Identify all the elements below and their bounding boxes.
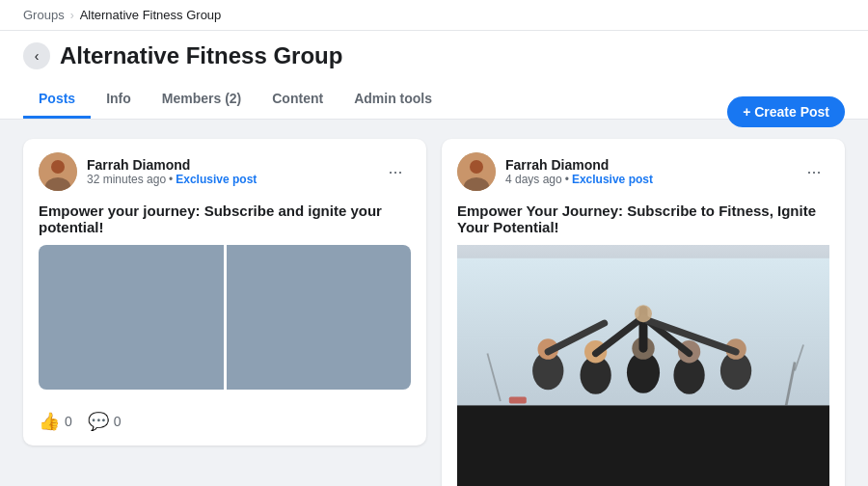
tab-info[interactable]: Info <box>91 81 147 119</box>
avatar <box>39 152 77 191</box>
tab-members[interactable]: Members (2) <box>147 81 257 119</box>
post-author-row: Farrah Diamond 32 minutes ago • Exclusiv… <box>39 152 257 191</box>
post-image-grid <box>39 245 411 390</box>
post-card: Farrah Diamond 32 minutes ago • Exclusiv… <box>23 139 426 446</box>
post-header: Farrah Diamond 32 minutes ago • Exclusiv… <box>23 139 426 199</box>
post-meta: 32 minutes ago • Exclusive post <box>87 173 257 186</box>
time-ago: 32 minutes ago <box>87 173 166 186</box>
breadcrumb-separator: › <box>70 9 74 22</box>
post-image-outdoor <box>227 245 412 390</box>
main-content: Farrah Diamond 32 minutes ago • Exclusiv… <box>0 120 868 486</box>
svg-rect-7 <box>457 405 829 486</box>
exclusive-tag[interactable]: Exclusive post <box>572 173 653 186</box>
svg-point-4 <box>470 160 483 174</box>
like-icon: 👍 <box>39 411 60 432</box>
post-title: Empower your journey: Subscribe and igni… <box>39 202 411 235</box>
post-body: Empower Your Journey: Subscribe to Fitne… <box>442 199 845 486</box>
meta-dot: • <box>169 173 173 186</box>
post-image-group <box>457 245 829 486</box>
post-header: Farrah Diamond 4 days ago • Exclusive po… <box>442 139 845 199</box>
comment-count: 0 <box>114 414 122 429</box>
tabs-row: Posts Info Members (2) Content Admin too… <box>23 81 845 119</box>
tab-content[interactable]: Content <box>257 81 339 119</box>
author-name: Farrah Diamond <box>87 157 257 173</box>
author-name: Farrah Diamond <box>505 157 653 173</box>
like-button[interactable]: 👍 0 <box>39 411 72 432</box>
meta-dot: • <box>565 173 569 186</box>
post-body: Empower your journey: Subscribe and igni… <box>23 199 426 401</box>
post-card: Farrah Diamond 4 days ago • Exclusive po… <box>442 139 845 486</box>
post-footer: 👍 0 💬 0 <box>23 401 426 446</box>
author-info: Farrah Diamond 32 minutes ago • Exclusiv… <box>87 157 257 186</box>
breadcrumb: Groups › Alternative Fitness Group <box>0 0 868 31</box>
comment-button[interactable]: 💬 0 <box>88 411 122 432</box>
exclusive-tag[interactable]: Exclusive post <box>176 173 257 186</box>
tab-admin-tools[interactable]: Admin tools <box>339 81 448 119</box>
post-meta: 4 days ago • Exclusive post <box>505 173 653 186</box>
svg-point-23 <box>635 305 652 322</box>
like-count: 0 <box>65 414 72 429</box>
comment-icon: 💬 <box>88 411 109 432</box>
page-title: Alternative Fitness Group <box>60 42 342 69</box>
post-author-row: Farrah Diamond 4 days ago • Exclusive po… <box>457 152 653 191</box>
post-image-boxing <box>39 245 224 390</box>
svg-rect-24 <box>509 396 527 403</box>
breadcrumb-groups-link[interactable]: Groups <box>23 8 65 22</box>
breadcrumb-current: Alternative Fitness Group <box>80 8 222 22</box>
tab-posts[interactable]: Posts <box>23 81 91 119</box>
avatar <box>457 152 496 191</box>
page-header: ‹ Alternative Fitness Group Posts Info M… <box>0 31 868 120</box>
post-title: Empower Your Journey: Subscribe to Fitne… <box>457 202 829 235</box>
author-info: Farrah Diamond 4 days ago • Exclusive po… <box>505 157 653 186</box>
post-more-button[interactable]: ··· <box>799 156 829 187</box>
svg-point-1 <box>51 160 65 174</box>
time-ago: 4 days ago <box>505 173 562 186</box>
post-more-button[interactable]: ··· <box>380 156 411 187</box>
back-button[interactable]: ‹ <box>23 42 50 69</box>
